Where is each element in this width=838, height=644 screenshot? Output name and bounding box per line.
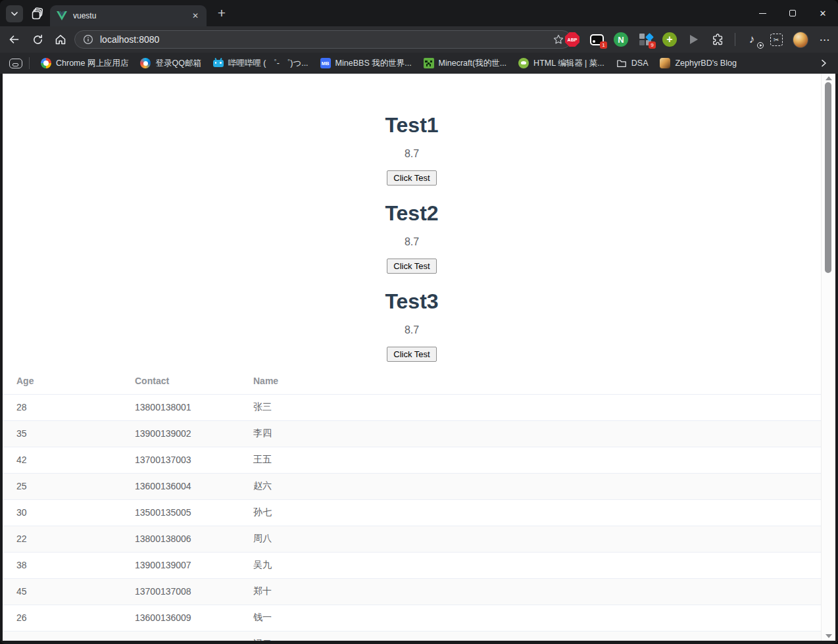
- bookmark-item-qqmail[interactable]: 登录QQ邮箱: [134, 55, 207, 72]
- maximize-icon: [789, 10, 796, 16]
- scroll-up-arrow[interactable]: [826, 76, 832, 80]
- bookmark-item-html-editor[interactable]: HTML 编辑器 | 菜...: [512, 55, 610, 72]
- bookmark-item-dsa[interactable]: DSA: [610, 55, 654, 71]
- tab-close-button[interactable]: ✕: [189, 10, 201, 22]
- profile-button[interactable]: [793, 32, 808, 47]
- cell-name: 郑十: [239, 578, 835, 605]
- page-scrollbar[interactable]: [821, 74, 835, 641]
- avatar: [793, 32, 808, 48]
- table-header-name[interactable]: Name: [239, 368, 835, 394]
- minimize-button[interactable]: [747, 0, 777, 26]
- cell-contact: 13700137008: [121, 578, 239, 605]
- bookmark-label: Chrome 网上应用店: [56, 58, 128, 69]
- bookmark-item-blog[interactable]: ZephyrBD's Blog: [654, 55, 742, 71]
- bookmark-item-bilibili[interactable]: 哔哩哔哩 ( ゜- ゜)つ...: [207, 55, 314, 72]
- more-menu-button[interactable]: ⋯: [817, 32, 833, 47]
- cell-name: 李四: [239, 420, 835, 447]
- cell-age: 26: [3, 605, 121, 631]
- browser-tab[interactable]: vuestu ✕: [50, 5, 207, 26]
- cell-name: 钱一: [239, 605, 835, 631]
- scrollbar-thumb[interactable]: [825, 82, 831, 273]
- grid-extension-button[interactable]: 9: [637, 32, 653, 47]
- extensions-menu-button[interactable]: [710, 32, 726, 47]
- test-title: Test3: [3, 289, 821, 314]
- cell-contact: 13500135010: [121, 631, 239, 641]
- address-bar[interactable]: localhost:8080: [74, 30, 572, 49]
- reload-icon: [32, 34, 44, 46]
- bookmark-label: 哔哩哔哩 ( ゜- ゜)つ...: [228, 58, 308, 69]
- cell-age: 22: [3, 526, 121, 552]
- back-button[interactable]: [7, 32, 21, 47]
- mini-play-icon: [757, 42, 764, 49]
- qqmail-icon: [140, 58, 151, 68]
- media-control-button[interactable]: ♪: [744, 32, 760, 47]
- table-row[interactable]: 25 13600136004 赵六: [3, 473, 835, 499]
- chevron-right-icon: [819, 59, 828, 68]
- bookmarks-divider: [29, 57, 30, 69]
- table-row[interactable]: 28 13800138001 张三: [3, 394, 835, 420]
- bookmark-item-chrome-store[interactable]: Chrome 网上应用店: [35, 55, 134, 72]
- close-icon: ✕: [820, 9, 827, 18]
- abp-extension-button[interactable]: ABP: [564, 32, 580, 47]
- stacked-tabs-icon: [30, 7, 45, 20]
- bookmark-item-minebbs[interactable]: MB MineBBS 我的世界...: [314, 55, 418, 72]
- reload-button[interactable]: [30, 32, 45, 47]
- side-panel-icon[interactable]: [9, 59, 22, 68]
- minebbs-icon: MB: [320, 58, 331, 68]
- test-section-3: Test3 8.7 Click Test: [3, 289, 821, 362]
- bookmarks-overflow-button[interactable]: [816, 55, 831, 71]
- home-button[interactable]: [53, 32, 68, 47]
- cell-age: 33: [3, 631, 121, 641]
- bookmark-label: HTML 编辑器 | 菜...: [533, 58, 604, 69]
- n-circle-icon: N: [614, 32, 628, 47]
- table-row[interactable]: 33 13500135010 冯二: [3, 631, 835, 641]
- click-test-button[interactable]: Click Test: [387, 170, 436, 186]
- puzzle-icon: [712, 33, 725, 46]
- tab-strip: vuestu ✕ + ✕: [0, 0, 838, 26]
- close-window-button[interactable]: ✕: [808, 0, 838, 26]
- chrome-store-icon: [41, 58, 51, 68]
- site-info-icon[interactable]: [83, 34, 93, 45]
- screenshot-tool-button[interactable]: ✂: [768, 32, 784, 47]
- test-value: 8.7: [3, 148, 821, 160]
- table-row[interactable]: 38 13900139007 吴九: [3, 552, 835, 578]
- folder-icon: [616, 58, 627, 68]
- table-row[interactable]: 45 13700137008 郑十: [3, 578, 835, 605]
- bookmark-label: ZephyrBD's Blog: [675, 59, 736, 68]
- tab-organize-button[interactable]: [29, 6, 46, 22]
- table-row[interactable]: 30 13500135005 孙七: [3, 499, 835, 526]
- click-test-button[interactable]: Click Test: [387, 259, 436, 274]
- table-row[interactable]: 42 13700137003 王五: [3, 447, 835, 473]
- cell-name: 赵六: [239, 473, 835, 499]
- tab-search-button[interactable]: [6, 5, 23, 22]
- cell-name: 周八: [239, 526, 835, 552]
- plus-circle-icon: +: [662, 32, 677, 47]
- scroll-down-arrow[interactable]: [826, 634, 832, 638]
- extension-badge: 1: [600, 41, 607, 49]
- bookmark-label: DSA: [631, 59, 649, 68]
- table-row[interactable]: 26 13600136009 钱一: [3, 605, 835, 631]
- add-extension-button[interactable]: +: [662, 32, 678, 47]
- table-header-age[interactable]: Age: [3, 368, 121, 394]
- cell-name: 王五: [239, 447, 835, 473]
- bookmark-item-minecraft[interactable]: Minecraft(我的世...: [418, 55, 513, 72]
- bookmark-star-icon[interactable]: [553, 34, 564, 45]
- toolbar-divider: [735, 33, 735, 46]
- extensions-row: ABP 1 N 9 + ♪: [564, 26, 833, 53]
- n-extension-button[interactable]: N: [613, 32, 629, 47]
- window-controls: ✕: [747, 0, 838, 26]
- maximize-button[interactable]: [777, 0, 808, 26]
- play-icon: [690, 35, 698, 44]
- click-test-button[interactable]: Click Test: [387, 347, 436, 362]
- abp-icon: ABP: [565, 32, 579, 47]
- cell-contact: 13800138006: [121, 526, 239, 552]
- table-header-contact[interactable]: Contact: [121, 368, 239, 394]
- table-row[interactable]: 35 13900139002 李四: [3, 420, 835, 447]
- new-tab-button[interactable]: +: [213, 5, 230, 22]
- more-icon: ⋯: [820, 34, 831, 46]
- table-row[interactable]: 22 13800138006 周八: [3, 526, 835, 552]
- cell-age: 28: [3, 394, 121, 420]
- tab-capture-extension-button[interactable]: 1: [589, 32, 604, 47]
- cell-age: 30: [3, 499, 121, 526]
- play-extension-button[interactable]: [686, 32, 702, 47]
